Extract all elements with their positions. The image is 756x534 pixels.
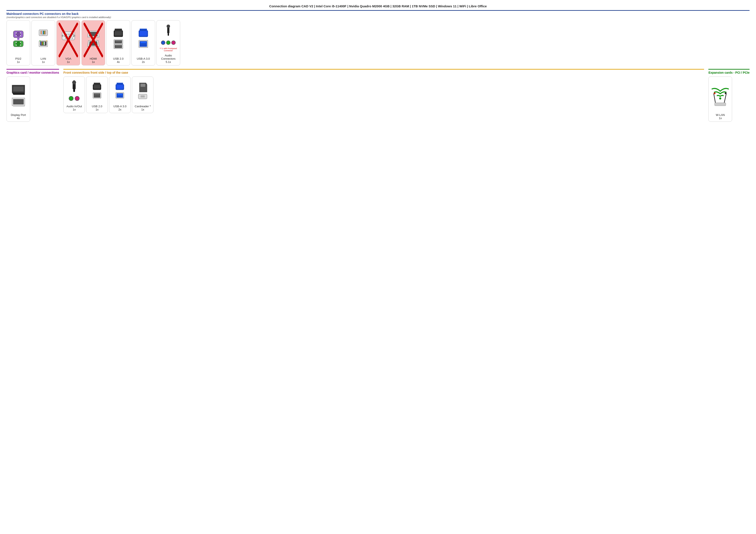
expansion-header: Expansion cards - PCI / PCIe: [708, 71, 749, 74]
front-usb20-label: USB 2.0 1x: [92, 105, 102, 111]
mainboard-connectors-row: PS/2 1x: [7, 20, 749, 65]
svg-point-33: [70, 34, 71, 35]
svg-rect-103: [715, 103, 726, 106]
front-audio-circles: [69, 96, 80, 101]
svg-point-44: [62, 35, 63, 37]
svg-rect-63: [140, 29, 147, 30]
connector-audio-back: *7.1 with Frontpanel Connector Audio Con…: [156, 20, 180, 65]
svg-point-42: [69, 38, 70, 38]
svg-point-9: [16, 42, 17, 43]
audio-circle-pink: [171, 40, 176, 45]
front-audio-label: Audio In/Out 1x: [67, 105, 82, 111]
svg-rect-71: [168, 33, 169, 36]
svg-point-79: [72, 81, 76, 85]
front-audio-icon: [65, 78, 83, 103]
svg-point-5: [20, 35, 21, 36]
expansion-section: Expansion cards - PCI / PCIe: [708, 69, 749, 122]
lan-label: LAN 1x: [40, 57, 46, 64]
svg-point-8: [16, 41, 20, 46]
svg-point-27: [40, 40, 40, 41]
cardreader-icon: [133, 78, 152, 103]
connector-lan: LAN 1x: [32, 20, 55, 65]
svg-point-98: [719, 97, 721, 99]
connector-wlan: W-LAN 1x: [708, 76, 732, 122]
svg-point-35: [64, 36, 65, 37]
front-audio-circle-green: [69, 96, 73, 101]
connector-front-usb20: USB 2.0 1x: [86, 76, 108, 113]
svg-point-102: [725, 92, 726, 94]
connector-displayport: Display Port 4x: [7, 76, 30, 122]
svg-rect-54: [115, 29, 122, 30]
mainboard-section: Mainboard connectors PC connectors on th…: [7, 10, 749, 65]
svg-point-38: [70, 36, 71, 37]
ps2-icon: [8, 22, 29, 55]
svg-point-10: [20, 42, 21, 43]
svg-rect-6: [17, 38, 19, 40]
svg-point-43: [71, 38, 73, 38]
svg-rect-17: [43, 31, 43, 34]
front-connectors-row: Audio In/Out 1x: [63, 76, 704, 113]
vga-label: VGA 1x: [65, 57, 71, 64]
audio-note: *7.1 with Frontpanel Connector: [158, 47, 179, 52]
svg-rect-59: [116, 41, 121, 42]
svg-rect-96: [141, 95, 145, 98]
usb20-back-icon: [108, 22, 129, 55]
svg-marker-49: [89, 32, 97, 36]
connector-usb20-back: USB 2.0 4x: [106, 20, 130, 65]
page-title: Connection diagram CAD V2 | Intel Core i…: [7, 4, 749, 8]
svg-rect-81: [94, 83, 100, 84]
svg-rect-92: [118, 94, 122, 95]
svg-rect-23: [40, 42, 41, 45]
svg-line-101: [724, 94, 726, 103]
connector-usba30-back: USB-A 3.0 2x: [131, 20, 155, 65]
connector-vga: VGA 1x: [56, 20, 80, 65]
svg-rect-16: [42, 31, 42, 34]
front-header: Front connections front side / top of th…: [63, 71, 704, 74]
front-section: Front connections front side / top of th…: [63, 69, 704, 113]
svg-rect-18: [43, 31, 44, 34]
svg-rect-94: [141, 84, 145, 87]
mainboard-header: Mainboard connectors PC connectors on th…: [7, 12, 749, 15]
svg-rect-19: [44, 31, 45, 34]
hdmi-icon: [83, 22, 104, 55]
svg-point-40: [65, 38, 66, 38]
svg-point-2: [16, 33, 17, 34]
svg-rect-26: [44, 42, 44, 45]
svg-point-32: [68, 34, 69, 35]
svg-point-12: [20, 45, 21, 46]
svg-rect-97: [141, 96, 145, 96]
ps2-label: PS/2 1x: [15, 57, 21, 64]
connector-ps2: PS/2 1x: [7, 20, 30, 65]
usba30-back-icon: [133, 22, 154, 55]
svg-point-36: [66, 36, 67, 37]
connector-front-usba30: USB-A 3.0 2x: [109, 76, 131, 113]
svg-point-31: [66, 34, 67, 35]
svg-point-100: [714, 92, 716, 94]
wlan-icon: [710, 78, 731, 111]
svg-rect-24: [41, 42, 42, 45]
svg-rect-86: [94, 94, 99, 95]
front-usb20-icon: [88, 78, 106, 103]
svg-point-1: [16, 32, 20, 37]
cardreader-label: Cardreader * 1x: [135, 105, 150, 111]
usb20-back-label: USB 2.0 4x: [113, 57, 123, 64]
svg-marker-76: [13, 99, 24, 105]
front-audio-circle-pink: [75, 96, 80, 101]
svg-marker-73: [13, 87, 24, 91]
audio-circles: [161, 40, 176, 45]
svg-line-99: [714, 94, 716, 103]
graphics-section: Graphics card / monitor connections: [7, 69, 59, 122]
svg-point-41: [67, 38, 68, 38]
vga-icon: [58, 22, 79, 55]
connector-front-audio: Audio In/Out 1x: [63, 76, 85, 113]
audio-back-icon: *7.1 with Frontpanel Connector: [158, 22, 179, 52]
svg-point-3: [20, 33, 21, 34]
svg-rect-80: [73, 89, 75, 92]
connector-hdmi: HDMI 1x: [81, 20, 105, 65]
svg-rect-20: [42, 35, 45, 36]
svg-marker-74: [12, 93, 25, 95]
svg-point-11: [16, 45, 17, 46]
audio-circle-blue: [161, 40, 165, 45]
svg-rect-62: [116, 45, 121, 46]
front-usba30-label: USB-A 3.0 2x: [113, 105, 126, 111]
